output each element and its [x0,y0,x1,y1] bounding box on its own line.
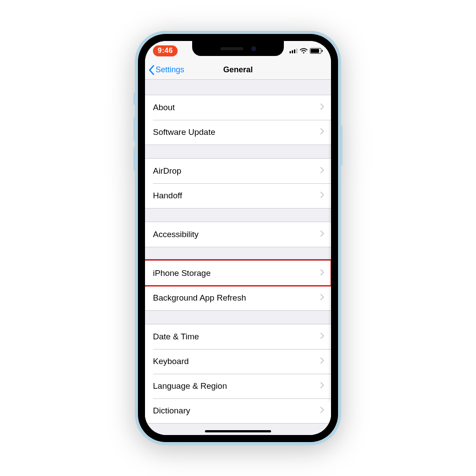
phone-frame-outer: 9:46 Settings [135,31,341,445]
row-label: Accessibility [153,230,320,239]
group-separator [145,208,331,222]
chevron-right-icon [320,269,324,277]
chevron-right-icon [320,192,324,200]
status-time-recording-pill[interactable]: 9:46 [153,45,178,56]
chevron-right-icon [320,128,324,136]
nav-bar: Settings General [145,60,331,80]
phone-frame-bezel: 9:46 Settings [138,34,338,442]
chevron-right-icon [320,333,324,341]
row-accessibility[interactable]: Accessibility [145,222,331,247]
status-indicators [290,48,321,54]
row-label: iPhone Storage [153,268,320,278]
row-label: Background App Refresh [153,293,320,303]
row-label: Language & Region [153,381,320,391]
row-about[interactable]: About [145,95,331,120]
wifi-icon [300,48,308,54]
silence-switch [134,93,135,105]
volume-down-button [134,147,135,171]
notch [192,41,284,56]
row-background-app-refresh[interactable]: Background App Refresh [145,286,331,310]
row-keyboard[interactable]: Keyboard [145,349,331,374]
row-label: Software Update [153,127,320,137]
group-separator [145,247,331,260]
settings-group: About Software Update [145,95,331,145]
earpiece-speaker [220,47,243,50]
settings-group: Date & Time Keyboard Language & Region [145,324,331,424]
volume-up-button [134,117,135,141]
group-separator [145,311,331,324]
settings-group: Accessibility [145,222,331,247]
chevron-right-icon [320,294,324,302]
chevron-right-icon [320,407,324,415]
chevron-right-icon [320,357,324,365]
settings-group: iPhone Storage Background App Refresh [145,260,331,311]
home-indicator[interactable] [205,430,271,432]
battery-icon [310,48,321,54]
back-label: Settings [156,65,184,74]
chevron-right-icon [320,231,324,238]
row-dictionary[interactable]: Dictionary [145,398,331,423]
row-date-time[interactable]: Date & Time [145,324,331,349]
scroll-indicator [329,120,330,402]
row-language-region[interactable]: Language & Region [145,374,331,398]
front-camera [251,46,256,51]
row-handoff[interactable]: Handoff [145,183,331,208]
group-separator [145,145,331,158]
row-label: Dictionary [153,406,320,416]
chevron-left-icon [149,65,155,75]
row-label: AirDrop [153,166,320,176]
settings-list[interactable]: About Software Update AirDrop [145,80,331,435]
cellular-signal-icon [290,48,298,53]
settings-group: AirDrop Handoff [145,158,331,208]
row-label: Handoff [153,191,320,201]
screen: 9:46 Settings [145,41,331,435]
row-airdrop[interactable]: AirDrop [145,159,331,183]
row-software-update[interactable]: Software Update [145,120,331,145]
row-label: Date & Time [153,332,320,342]
chevron-right-icon [320,104,324,112]
row-iphone-storage[interactable]: iPhone Storage [145,261,331,286]
chevron-right-icon [320,167,324,175]
phone-mockup: 9:46 Settings [135,31,341,445]
row-label: Keyboard [153,357,320,366]
group-separator [145,80,331,95]
power-button [341,126,342,165]
row-label: About [153,103,320,112]
chevron-right-icon [320,382,324,390]
page-title: General [223,65,253,74]
back-button[interactable]: Settings [149,60,184,79]
